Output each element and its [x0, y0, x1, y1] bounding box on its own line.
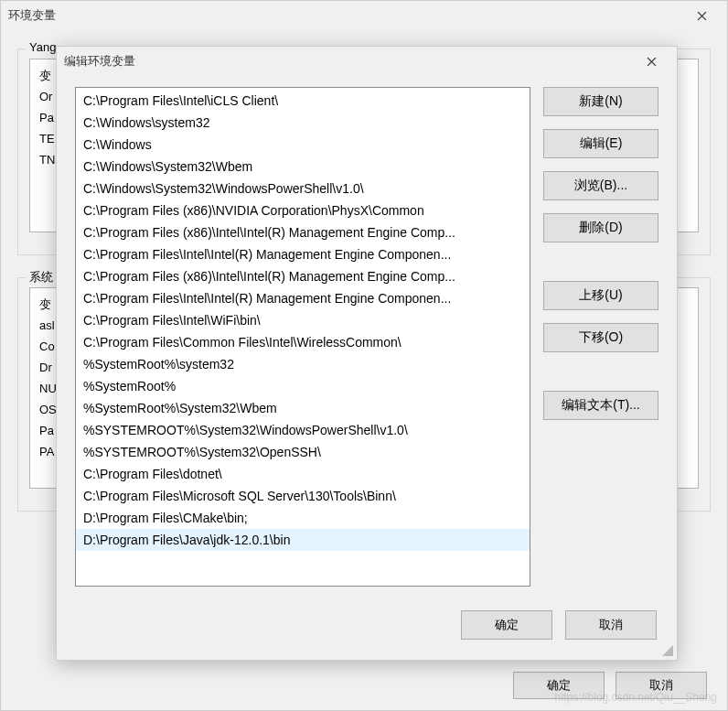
edit-button[interactable]: 编辑(E) [543, 129, 658, 158]
resize-grip-icon[interactable] [660, 643, 673, 656]
spacer [543, 255, 658, 268]
outer-bottom-buttons: 确定 取消 [513, 672, 707, 699]
path-item[interactable]: %SYSTEMROOT%\System32\OpenSSH\ [76, 441, 530, 463]
edit-text-button[interactable]: 编辑文本(T)... [543, 391, 658, 420]
path-item[interactable]: C:\Windows\System32\Wbem [76, 156, 530, 178]
path-item[interactable]: C:\Windows\system32 [76, 112, 530, 134]
path-item[interactable]: C:\Windows [76, 134, 530, 156]
browse-button[interactable]: 浏览(B)... [543, 171, 658, 200]
path-item[interactable]: C:\Windows\System32\WindowsPowerShell\v1… [76, 178, 530, 199]
path-item[interactable]: %SystemRoot%\system32 [76, 353, 530, 375]
path-item[interactable]: %SystemRoot% [76, 375, 530, 397]
path-item[interactable]: D:\Program Files\CMake\bin; [76, 507, 530, 529]
path-item[interactable]: D:\Program Files\Java\jdk-12.0.1\bin [76, 529, 530, 551]
path-item[interactable]: C:\Program Files\Microsoft SQL Server\13… [76, 485, 530, 507]
system-group-title: 系统 [26, 269, 57, 285]
path-item[interactable]: %SystemRoot%\System32\Wbem [76, 397, 530, 419]
path-item[interactable]: C:\Program Files (x86)\NVIDIA Corporatio… [76, 199, 530, 221]
side-buttons: 新建(N) 编辑(E) 浏览(B)... 删除(D) 上移(U) 下移(O) 编… [543, 87, 658, 587]
outer-window-title: 环境变量 [8, 7, 683, 24]
close-icon[interactable] [633, 48, 669, 74]
path-item[interactable]: %SYSTEMROOT%\System32\WindowsPowerShell\… [76, 419, 530, 441]
outer-title-bar: 环境变量 [1, 1, 727, 30]
outer-ok-button[interactable]: 确定 [513, 672, 605, 699]
inner-ok-button[interactable]: 确定 [461, 610, 552, 640]
path-item[interactable]: C:\Program Files\Intel\Intel(R) Manageme… [76, 287, 530, 309]
path-item[interactable]: C:\Program Files\Intel\Intel(R) Manageme… [76, 243, 530, 265]
path-item[interactable]: C:\Program Files (x86)\Intel\Intel(R) Ma… [76, 265, 530, 287]
close-icon[interactable] [683, 3, 720, 28]
path-item[interactable]: C:\Program Files (x86)\Intel\Intel(R) Ma… [76, 221, 530, 243]
edit-env-var-dialog: 编辑环境变量 C:\Program Files\Intel\iCLS Clien… [56, 46, 678, 661]
move-down-button[interactable]: 下移(O) [543, 323, 658, 352]
spacer [543, 365, 658, 378]
inner-window-title: 编辑环境变量 [64, 53, 633, 70]
inner-cancel-button[interactable]: 取消 [565, 610, 657, 640]
path-item[interactable]: C:\Program Files\Intel\iCLS Client\ [76, 90, 530, 112]
path-item[interactable]: C:\Program Files\Common Files\Intel\Wire… [76, 331, 530, 353]
move-up-button[interactable]: 上移(U) [543, 281, 658, 310]
path-item[interactable]: C:\Program Files\Intel\WiFi\bin\ [76, 309, 530, 331]
delete-button[interactable]: 删除(D) [543, 213, 658, 242]
new-button[interactable]: 新建(N) [543, 87, 658, 116]
outer-cancel-button[interactable]: 取消 [616, 672, 707, 699]
inner-title-bar: 编辑环境变量 [57, 47, 677, 76]
inner-body: C:\Program Files\Intel\iCLS Client\C:\Wi… [57, 76, 677, 598]
user-group-title: Yang [26, 40, 59, 54]
path-list[interactable]: C:\Program Files\Intel\iCLS Client\C:\Wi… [75, 87, 530, 587]
inner-bottom-buttons: 确定 取消 [461, 610, 657, 640]
path-item[interactable]: C:\Program Files\dotnet\ [76, 463, 530, 485]
